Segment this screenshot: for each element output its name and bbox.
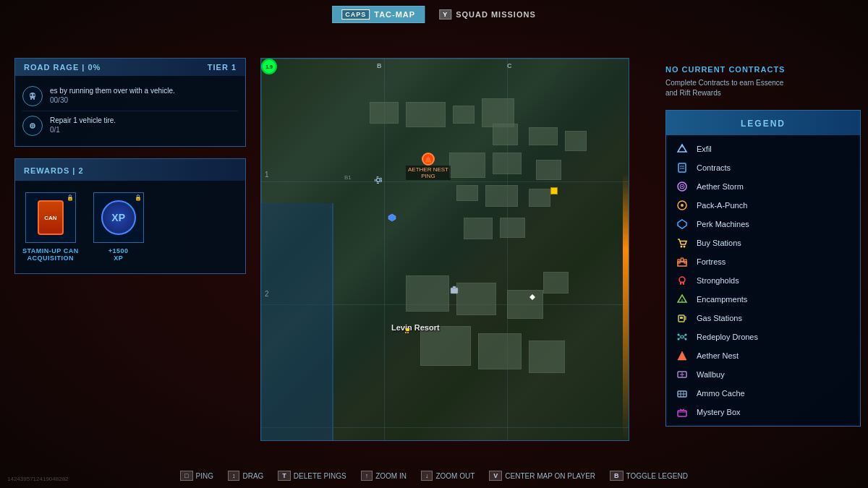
aether-nest-label: AETHER NESTPING (406, 166, 451, 180)
legend-item-exfil: Exfil (672, 140, 854, 158)
svg-point-29 (684, 246, 686, 248)
legend-item-contracts: Contracts (672, 158, 854, 177)
svg-point-47 (678, 334, 680, 336)
svg-point-26 (681, 204, 684, 207)
delete-pings-key: T (278, 471, 291, 481)
svg-point-48 (685, 334, 687, 336)
map-orange-boundary (623, 59, 629, 440)
objective-text-1: es by running them over with a vehicle. … (50, 86, 175, 104)
aether-nest-legend-icon (675, 348, 689, 363)
redeploy-drones-label: Redeploy Drones (697, 333, 758, 341)
terrain-block (493, 153, 522, 174)
terrain-block (507, 290, 543, 319)
exfil-label: Exfil (697, 145, 712, 153)
legend-item-buy-stations: Buy Stations (672, 234, 854, 252)
no-contracts-section: NO CURRENT CONTRACTS Complete Contracts … (665, 58, 861, 110)
bottom-hints-bar: □ PING ↕ DRAG T DELETE PINGS ↑ ZOOM IN ↓… (0, 471, 868, 481)
reward-item-xp: 🔒 XP +1500XP (93, 192, 144, 262)
svg-marker-12 (529, 294, 535, 300)
road-rage-tier: TIER 1 (208, 63, 237, 72)
toggle-legend-label: TOGGLE LEGEND (626, 472, 688, 480)
levin-resort-label: Levin Resort (391, 323, 440, 332)
perk-machine-map-icon (388, 210, 396, 223)
stamin-can-icon: CAN (38, 200, 64, 235)
grid-sublabel-b1: B1 (344, 174, 352, 181)
ammo-cache-label: Ammo Cache (697, 389, 745, 398)
tac-map-label: TAC-MAP (374, 10, 415, 19)
game-id: 1424395712419048282 (7, 476, 69, 482)
encampments-label: Encampments (697, 295, 747, 304)
grid-num-1: 1 (265, 171, 269, 179)
tac-map-button[interactable]: CAPS TAC-MAP (332, 6, 425, 23)
grid-label-c: C (507, 62, 513, 69)
terrain-block (406, 102, 446, 127)
squad-missions-button[interactable]: Y SQUAD MISSIONS (439, 9, 536, 20)
aether-nest-icon (422, 153, 435, 166)
buy-stations-icon (675, 236, 689, 250)
svg-rect-19 (678, 163, 686, 172)
legend-item-aether-storm: Aether Storm (672, 177, 854, 196)
top-navigation-bar: CAPS TAC-MAP Y SQUAD MISSIONS (332, 6, 536, 23)
tactical-map[interactable]: B C 1 2 B1 1.9 AETHER NESTPING (260, 58, 629, 441)
redeploy-drones-icon (675, 330, 689, 344)
terrain-block (500, 218, 525, 238)
gas-stations-label: Gas Stations (697, 314, 742, 322)
grid-label-b: B (377, 62, 383, 69)
aether-nest-marker: AETHER NESTPING (406, 153, 451, 180)
diamond-icon (529, 290, 536, 303)
hint-toggle-legend: B TOGGLE LEGEND (610, 471, 688, 481)
hint-drag: ↕ DRAG (228, 471, 263, 481)
contracts-icon (675, 160, 689, 175)
tac-map-key: CAPS (341, 9, 370, 20)
terrain-block (493, 124, 518, 145)
hint-center-map: V CENTER MAP ON PLAYER (489, 471, 595, 481)
mystery-box-label: Mystery Box (697, 408, 741, 416)
svg-marker-27 (678, 220, 686, 228)
drag-key: ↕ (228, 471, 240, 481)
terrain-block (456, 185, 478, 201)
legend-header: LEGEND (666, 111, 860, 135)
right-panel: NO CURRENT CONTRACTS Complete Contracts … (665, 58, 861, 427)
road-rage-header: ROAD RAGE | 0% TIER 1 (14, 58, 246, 76)
terrain-block (478, 333, 522, 369)
zoom-out-label: ZOOM OUT (435, 472, 475, 480)
svg-marker-8 (425, 156, 431, 162)
svg-marker-51 (678, 351, 686, 360)
reward-item-stamin: 🔒 CAN STAMIN-UP CANACQUISITION (22, 192, 79, 262)
terrain-block (485, 185, 518, 207)
xp-icon: XP (101, 200, 136, 235)
mystery-box-icon (675, 405, 689, 419)
toggle-legend-key: B (610, 471, 624, 481)
svg-point-4 (33, 94, 35, 95)
legend-item-fortress: Fortress (672, 252, 854, 271)
legend-item-aether-nest: Aether Nest (672, 346, 854, 365)
fortress-label: Fortress (697, 257, 726, 266)
wallbuy-icon (675, 367, 689, 382)
terrain-block (536, 160, 561, 180)
terrain-block (456, 283, 496, 315)
svg-point-50 (685, 338, 687, 341)
terrain-block (543, 272, 569, 294)
water-area (261, 203, 333, 441)
left-panel: ROAD RAGE | 0% TIER 1 es by running them… (14, 58, 246, 274)
strongholds-label: Strongholds (697, 276, 739, 285)
legend-panel: LEGEND Exfil (665, 110, 861, 427)
perk-machines-icon (675, 217, 689, 231)
buy-station-map-icon (550, 187, 558, 194)
svg-point-49 (678, 338, 680, 341)
legend-item-encampments: Encampments (672, 290, 854, 309)
terrain-block (482, 98, 514, 127)
skull-icon (22, 86, 43, 106)
terrain-block (420, 326, 471, 366)
objective-item-2: Repair 1 vehicle tire. 0/1 (22, 111, 238, 140)
svg-rect-30 (678, 262, 686, 266)
wrench-icon (22, 116, 43, 136)
hint-ping: □ PING (180, 471, 213, 481)
terrain-block (464, 218, 493, 239)
hint-delete-pings: T DELETE PINGS (278, 471, 346, 481)
svg-rect-11 (453, 286, 456, 288)
legend-title: LEGEND (741, 119, 786, 129)
legend-item-gas-stations: Gas Stations (672, 309, 854, 328)
encampments-icon (675, 292, 689, 307)
contracts-label: Contracts (697, 163, 731, 172)
